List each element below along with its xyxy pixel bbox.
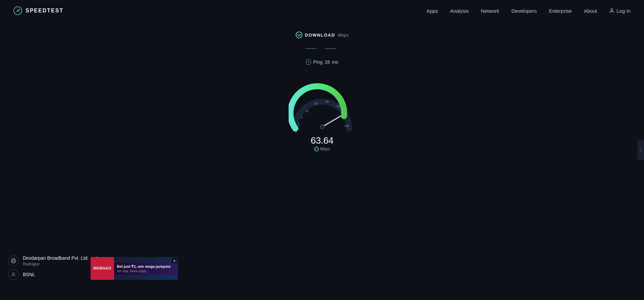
person-icon (8, 269, 19, 280)
svg-point-14 (320, 125, 324, 129)
svg-text:75: 75 (343, 113, 346, 117)
ping-area: Ping 26 ms (306, 59, 338, 65)
ping-label: Ping (313, 59, 323, 65)
main-content: DOWNLOAD Mbps — — Ping 26 ms (0, 21, 644, 152)
svg-text:50: 50 (336, 105, 340, 108)
download-label-area: DOWNLOAD Mbps (296, 32, 349, 38)
header: SPEEDTEST Apps Analysis Network Develope… (0, 0, 644, 21)
login-label: Log In (616, 8, 631, 14)
nav-enterprise[interactable]: Enterprise (549, 8, 572, 14)
ping-value: 26 (325, 59, 330, 65)
svg-point-2 (611, 9, 613, 11)
ping-unit: ms (332, 59, 338, 65)
person-icon (609, 8, 614, 13)
download-arrow (297, 33, 301, 36)
speedometer-gauge: 0 1 5 10 20 30 50 75 100 (289, 78, 356, 152)
svg-text:20: 20 (314, 102, 317, 105)
nav-developers[interactable]: Developers (511, 8, 537, 14)
svg-text:30: 30 (325, 100, 329, 103)
isp-name: Devdarpan Broadband Pvt. Ltd. (23, 255, 89, 261)
speedtest-logo-icon (13, 6, 22, 15)
speed-unit-icon (314, 147, 319, 151)
ad-logo-area: BIGBAAZI (91, 257, 114, 280)
nav-analysis[interactable]: Analysis (450, 8, 469, 14)
ad-close-button[interactable]: ▸ (172, 258, 177, 263)
ad-tagline: Bet just ₹1, win mega jackpots (117, 264, 175, 269)
globe-icon (8, 255, 19, 266)
speed-placeholder: — — (306, 42, 338, 54)
speed-value: 63.64 (311, 135, 334, 146)
ad-label: Ad (639, 148, 642, 152)
download-icon (296, 32, 302, 38)
svg-text:1: 1 (298, 122, 299, 126)
download-text: DOWNLOAD (305, 33, 335, 38)
svg-text:0: 0 (295, 130, 297, 134)
login-button[interactable]: Log In (609, 8, 631, 14)
nav-about[interactable]: About (584, 8, 597, 14)
svg-text:100: 100 (344, 124, 349, 128)
nav-apps[interactable]: Apps (427, 8, 438, 14)
svg-text:10: 10 (305, 109, 308, 113)
ping-icon (306, 59, 311, 65)
ad-text-area: Bet just ₹1, win mega jackpots 18+ only.… (114, 262, 178, 275)
logo-text: SPEEDTEST (26, 8, 63, 14)
logo[interactable]: SPEEDTEST (13, 6, 63, 15)
nav-network[interactable]: Network (481, 8, 499, 14)
svg-point-3 (308, 62, 309, 63)
ad-content: BIGBAAZI Bet just ₹1, win mega jackpots … (91, 257, 178, 280)
ad-banner[interactable]: BIGBAAZI Bet just ₹1, win mega jackpots … (91, 257, 178, 280)
svg-text:5: 5 (301, 116, 303, 119)
svg-line-13 (322, 116, 341, 127)
gauge-svg: 0 1 5 10 20 30 50 75 100 (289, 78, 356, 139)
download-unit: Mbps (338, 33, 349, 38)
main-nav: Apps Analysis Network Developers Enterpr… (427, 8, 631, 14)
right-ad-indicator: Ad (637, 140, 644, 160)
speed-mbps-area: Mbps (314, 147, 330, 151)
ad-disclaimer: 18+ only. Terms Apply. (117, 269, 175, 273)
ad-logo-text: BIGBAAZI (93, 266, 111, 270)
svg-point-21 (12, 273, 14, 275)
speed-unit-label: Mbps (320, 147, 330, 151)
isp-secondary-name: BSNL (23, 272, 35, 277)
